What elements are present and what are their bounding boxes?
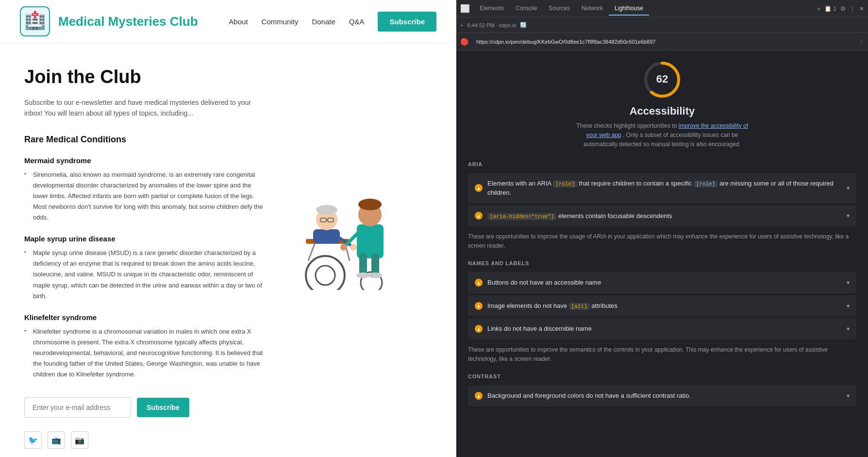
aria-section-label: ARIA xyxy=(468,161,856,167)
nav-about[interactable]: About xyxy=(229,17,248,26)
svg-rect-20 xyxy=(371,254,379,275)
instagram-icon[interactable]: 📷 xyxy=(71,431,88,449)
score-section: 62 Accessibility These checks highlight … xyxy=(468,60,856,150)
svg-point-13 xyxy=(350,244,357,251)
svg-rect-19 xyxy=(359,254,367,275)
tab-elements[interactable]: Elements xyxy=(474,2,510,16)
more-tabs-icon[interactable]: » xyxy=(817,5,820,12)
score-desc-part1: These checks highlight opportunities to xyxy=(576,122,677,129)
website-panel: 🏥 Medical Mysteries Club About Community… xyxy=(0,0,456,457)
svg-point-18 xyxy=(340,244,347,251)
warning-icon-5: ▲ xyxy=(475,325,483,333)
devtools-inspect-icon[interactable]: ⬜ xyxy=(460,4,470,13)
names-labels-audit-item-3: ▲ Links do not have a discernible name ▾ xyxy=(468,318,856,339)
tab-network[interactable]: Network xyxy=(576,2,609,16)
email-input[interactable] xyxy=(24,397,131,418)
twitch-icon[interactable]: 📺 xyxy=(48,431,65,449)
svg-point-8 xyxy=(316,205,337,215)
aria-audit-item-2: ▲ [aria-hidden="true"] elements contain … xyxy=(468,205,856,227)
score-title: Accessibility xyxy=(630,105,695,118)
subscribe-form-button[interactable]: Subscribe xyxy=(137,398,189,417)
names-labels-audit-header-2[interactable]: ▲ Image elements do not have [alt] attri… xyxy=(468,295,856,317)
email-form: Subscribe xyxy=(24,397,267,418)
tab-lighthouse[interactable]: Lighthouse xyxy=(609,2,649,16)
site-title: Medical Mysteries Club xyxy=(58,14,198,29)
warning-icon-6: ▲ xyxy=(475,392,483,400)
page-subtitle: Subscribe to our e-newsletter and have m… xyxy=(24,97,257,119)
content-left: Rare Medical Conditions Mermaid syndrome… xyxy=(24,135,267,449)
site-header: 🏥 Medical Mysteries Club About Community… xyxy=(0,0,456,43)
expand-icon-5: ▾ xyxy=(847,325,850,332)
aria-audit-item-1: ▲ Elements with an ARIA [role] that requ… xyxy=(468,173,856,203)
tab-console[interactable]: Console xyxy=(510,2,543,16)
nav-donate[interactable]: Donate xyxy=(312,17,335,26)
condition-title-maple: Maple syrup urine disease xyxy=(24,235,267,243)
notification-badge: 📋 1 xyxy=(824,5,836,12)
names-labels-audit-text-1: Buttons do not have an accessible name xyxy=(487,278,843,288)
expand-icon-4: ▾ xyxy=(847,303,850,309)
nav-community[interactable]: Community xyxy=(262,17,299,26)
devtools-toolbar: ⬜ Elements Console Sources Network Light… xyxy=(456,0,868,17)
rare-conditions-title: Rare Medical Conditions xyxy=(24,135,267,145)
devtools-time: 6:44:52 PM · cdpn.io xyxy=(467,22,516,28)
social-icons: 🐦 📺 📷 xyxy=(24,431,267,449)
url-more-icon[interactable]: ⋮ xyxy=(859,38,864,45)
lighthouse-content: 62 Accessibility These checks highlight … xyxy=(456,51,868,457)
aria-section-note: These are opportunities to improve the u… xyxy=(468,232,856,251)
condition-title-klinefelter: Klinefelter syndrome xyxy=(24,313,267,322)
devtools-extra-icons: » 📋 1 ⚙ ⋮ ✕ xyxy=(817,5,864,12)
warning-icon-4: ▲ xyxy=(475,302,483,310)
warning-icon-3: ▲ xyxy=(475,279,483,287)
illustration xyxy=(277,144,413,449)
site-content: Join the Club Subscribe to our e-newslet… xyxy=(0,43,456,457)
warning-icon-1: ▲ xyxy=(475,184,483,192)
more-options-icon[interactable]: ⋮ xyxy=(850,5,855,12)
warning-icon-2: ▲ xyxy=(475,212,483,220)
svg-point-22 xyxy=(368,272,382,278)
score-desc: These checks highlight opportunities to … xyxy=(570,121,754,150)
contrast-audit-text-1: Background and foreground colors do not … xyxy=(487,391,843,401)
devtools-url: https://cdpn.io/pen/debug/KKebGwO/0d8ee1… xyxy=(476,39,655,45)
devtools-url-bar: 🔴 https://cdpn.io/pen/debug/KKebGwO/0d8e… xyxy=(456,33,868,51)
svg-text:🏥: 🏥 xyxy=(24,10,46,31)
devtools-address-bar: + 6:44:52 PM · cdpn.io 🔄 xyxy=(456,17,868,33)
devtools-add-icon: + xyxy=(460,22,463,28)
nav-qa[interactable]: Q&A xyxy=(349,17,365,26)
svg-point-16 xyxy=(358,199,382,210)
tab-sources[interactable]: Sources xyxy=(543,2,576,16)
svg-point-3 xyxy=(316,266,335,285)
aria-audit-text-1: Elements with an ARIA [role] that requir… xyxy=(487,179,843,198)
aria-audit-header-2[interactable]: ▲ [aria-hidden="true"] elements contain … xyxy=(468,205,856,227)
nav-subscribe-button[interactable]: Subscribe xyxy=(378,12,436,32)
expand-icon-3: ▾ xyxy=(847,279,850,286)
names-labels-audit-item-1: ▲ Buttons do not have an accessible name… xyxy=(468,272,856,293)
site-nav: About Community Donate Q&A Subscribe xyxy=(229,12,436,32)
devtools-refresh-icon[interactable]: 🔄 xyxy=(520,22,527,28)
site-logo: 🏥 xyxy=(19,6,50,37)
aria-audit-text-2: [aria-hidden="true"] elements contain fo… xyxy=(487,211,843,221)
svg-rect-14 xyxy=(357,224,384,258)
twitter-icon[interactable]: 🐦 xyxy=(24,431,42,449)
names-labels-section-note: These are opportunities to improve the s… xyxy=(468,345,856,364)
svg-rect-6 xyxy=(313,229,340,244)
condition-text-klinefelter: Klinefelter syndrome is a chromosomal va… xyxy=(24,326,267,380)
settings-icon[interactable]: ⚙ xyxy=(840,5,846,12)
devtools-panel: ⬜ Elements Console Sources Network Light… xyxy=(456,0,868,457)
expand-icon-2: ▾ xyxy=(847,212,850,219)
aria-audit-header-1[interactable]: ▲ Elements with an ARIA [role] that requ… xyxy=(468,173,856,203)
expand-icon-1: ▾ xyxy=(847,185,850,191)
contrast-audit-item-1: ▲ Background and foreground colors do no… xyxy=(468,385,856,406)
score-circle: 62 xyxy=(643,60,682,99)
content-wrapper: Rare Medical Conditions Mermaid syndrome… xyxy=(24,135,432,449)
page-title: Join the Club xyxy=(24,67,432,87)
names-labels-audit-text-2: Image elements do not have [alt] attribu… xyxy=(487,301,843,311)
names-labels-audit-header-3[interactable]: ▲ Links do not have a discernible name ▾ xyxy=(468,318,856,339)
svg-text:62: 62 xyxy=(656,73,668,85)
expand-icon-6: ▾ xyxy=(847,392,850,399)
contrast-audit-header-1[interactable]: ▲ Background and foreground colors do no… xyxy=(468,385,856,406)
names-labels-audit-header-1[interactable]: ▲ Buttons do not have an accessible name… xyxy=(468,272,856,293)
names-labels-audit-text-3: Links do not have a discernible name xyxy=(487,324,843,334)
close-devtools-icon[interactable]: ✕ xyxy=(859,5,864,12)
condition-text-maple: Maple syrup urine disease (MSUD) is a ra… xyxy=(24,248,267,301)
security-warning-icon: 🔴 xyxy=(460,38,468,46)
